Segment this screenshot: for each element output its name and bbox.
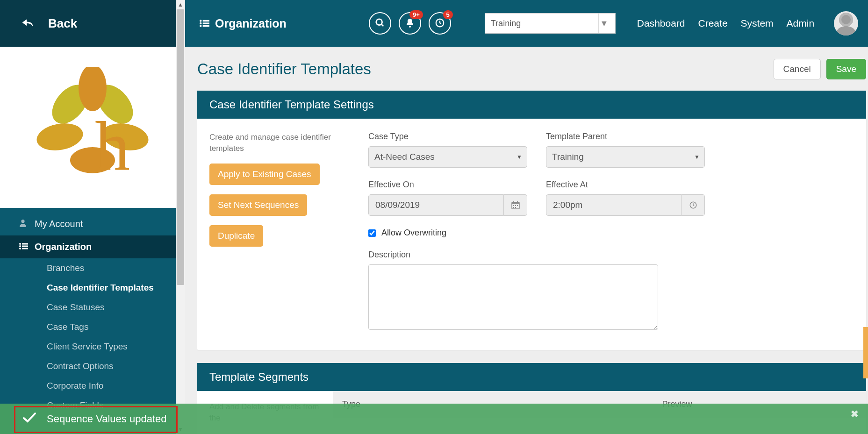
sidebar-back-row[interactable]: Back: [0, 0, 185, 47]
svg-text:h: h: [95, 107, 130, 185]
scroll-up-icon[interactable]: ▲: [176, 0, 185, 9]
nav-my-account-label: My Account: [35, 219, 83, 229]
chevron-down-icon: ▼: [516, 154, 522, 160]
case-type-label: Case Type: [368, 132, 527, 142]
clock-icon: [435, 18, 445, 29]
svg-rect-31: [513, 207, 514, 208]
main: Organization 9+: [185, 0, 868, 434]
template-parent-select[interactable]: Training ▼: [546, 146, 705, 168]
sidebar-scrollbar[interactable]: ▲ ▼: [176, 0, 185, 434]
chevron-down-icon: ▼: [694, 154, 700, 160]
nav-organization[interactable]: Organization: [0, 235, 185, 258]
logo: h: [0, 47, 185, 208]
template-parent-label: Template Parent: [546, 132, 705, 142]
subnav-case-statuses[interactable]: Case Statuses: [0, 298, 185, 317]
svg-rect-28: [513, 205, 514, 206]
subnav-branches[interactable]: Branches: [0, 258, 185, 278]
svg-rect-25: [512, 202, 519, 204]
subnav-client-service-types[interactable]: Client Service Types: [0, 337, 185, 356]
svg-point-18: [200, 25, 201, 27]
svg-point-7: [21, 220, 24, 223]
history-button[interactable]: 5: [429, 12, 451, 35]
notifications-button[interactable]: 9+: [399, 12, 421, 35]
svg-rect-11: [22, 246, 28, 247]
nav-list: My Account Organization Branches Case Id…: [0, 208, 185, 415]
toast: Sequence Values updated ✖: [0, 404, 868, 434]
apply-existing-button[interactable]: Apply to Existing Cases: [209, 164, 320, 185]
nav-organization-label: Organization: [35, 242, 92, 252]
svg-point-22: [409, 26, 411, 28]
svg-rect-13: [22, 248, 28, 249]
history-badge: 5: [443, 10, 453, 19]
page-title: Case Identifier Templates: [197, 60, 371, 78]
svg-rect-15: [203, 20, 209, 21]
duplicate-button[interactable]: Duplicate: [209, 225, 263, 247]
back-label: Back: [48, 16, 77, 31]
topnav-title-text: Organization: [215, 17, 287, 30]
svg-point-12: [19, 248, 21, 249]
org-select[interactable]: Training ▼: [485, 13, 616, 34]
back-arrow-icon: [21, 18, 34, 29]
side-tab[interactable]: [863, 327, 868, 378]
chevron-down-icon: ▼: [598, 14, 610, 33]
svg-line-21: [381, 24, 384, 26]
subnav-contract-options[interactable]: Contract Options: [0, 356, 185, 376]
svg-rect-32: [515, 207, 516, 208]
cancel-button[interactable]: Cancel: [774, 59, 821, 79]
check-icon: [22, 412, 36, 426]
svg-point-20: [376, 19, 382, 25]
close-icon[interactable]: ✖: [851, 408, 859, 420]
segments-panel-header: Template Segments: [197, 363, 866, 391]
settings-panel: Case Identifier Template Settings Create…: [197, 91, 866, 350]
svg-rect-17: [203, 22, 209, 24]
clock-icon[interactable]: [681, 194, 705, 216]
effective-on-label: Effective On: [368, 180, 527, 190]
case-type-value: At-Need Cases: [374, 152, 435, 162]
list-icon: [19, 242, 29, 252]
search-button[interactable]: [369, 12, 391, 35]
list-icon: [199, 17, 209, 30]
scroll-thumb[interactable]: [177, 9, 184, 285]
nav-dashboard[interactable]: Dashboard: [637, 18, 685, 29]
nav-system[interactable]: System: [741, 18, 774, 29]
user-icon: [19, 219, 29, 229]
effective-on-input[interactable]: [368, 194, 504, 216]
case-type-select[interactable]: At-Need Cases ▼: [368, 146, 527, 168]
allow-overwriting-label: Allow Overwriting: [381, 228, 446, 238]
toast-message: Sequence Values updated: [47, 413, 166, 425]
notifications-badge: 9+: [409, 10, 423, 19]
svg-rect-27: [517, 201, 518, 203]
svg-rect-9: [22, 243, 28, 245]
avatar[interactable]: [834, 11, 858, 36]
topnav-title: Organization: [199, 17, 287, 30]
settings-description: Create and manage case identifier templa…: [209, 132, 345, 154]
subnav-corporate-info[interactable]: Corporate Info: [0, 376, 185, 396]
set-next-sequences-button[interactable]: Set Next Sequences: [209, 194, 307, 216]
svg-point-16: [200, 22, 201, 24]
save-button[interactable]: Save: [826, 59, 866, 79]
svg-rect-26: [513, 201, 514, 203]
svg-rect-29: [515, 205, 516, 206]
svg-point-14: [200, 20, 201, 21]
subnav-case-tags[interactable]: Case Tags: [0, 317, 185, 337]
nav-create[interactable]: Create: [698, 18, 728, 29]
nav-admin[interactable]: Admin: [787, 18, 815, 29]
allow-overwriting-checkbox[interactable]: [368, 229, 376, 237]
effective-at-label: Effective At: [546, 180, 705, 190]
sidebar: Back h My Account: [0, 0, 185, 434]
svg-rect-19: [203, 25, 209, 26]
svg-point-0: [35, 120, 85, 154]
search-icon: [375, 18, 385, 29]
bell-icon: [405, 18, 415, 29]
settings-panel-header: Case Identifier Template Settings: [197, 91, 866, 119]
description-label: Description: [368, 250, 527, 260]
svg-point-8: [19, 243, 21, 245]
template-parent-value: Training: [552, 152, 584, 162]
topnav: Organization 9+: [185, 0, 868, 47]
nav-my-account[interactable]: My Account: [0, 213, 185, 235]
subnav-case-identifier-templates[interactable]: Case Identifier Templates: [0, 278, 185, 298]
svg-rect-30: [517, 205, 518, 206]
calendar-icon[interactable]: [504, 194, 527, 216]
effective-at-input[interactable]: [546, 194, 681, 216]
org-select-value: Training: [491, 19, 521, 28]
